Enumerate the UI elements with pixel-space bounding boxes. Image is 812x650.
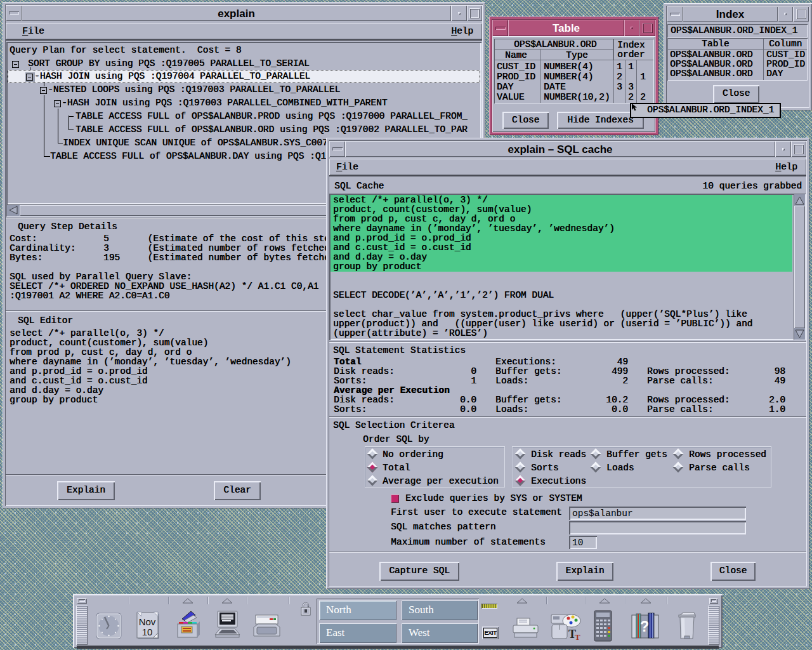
svg-text:Nov: Nov: [139, 616, 156, 627]
svg-text:10: 10: [142, 627, 153, 637]
svg-text:T: T: [575, 632, 580, 640]
svg-text:?: ?: [640, 618, 649, 635]
